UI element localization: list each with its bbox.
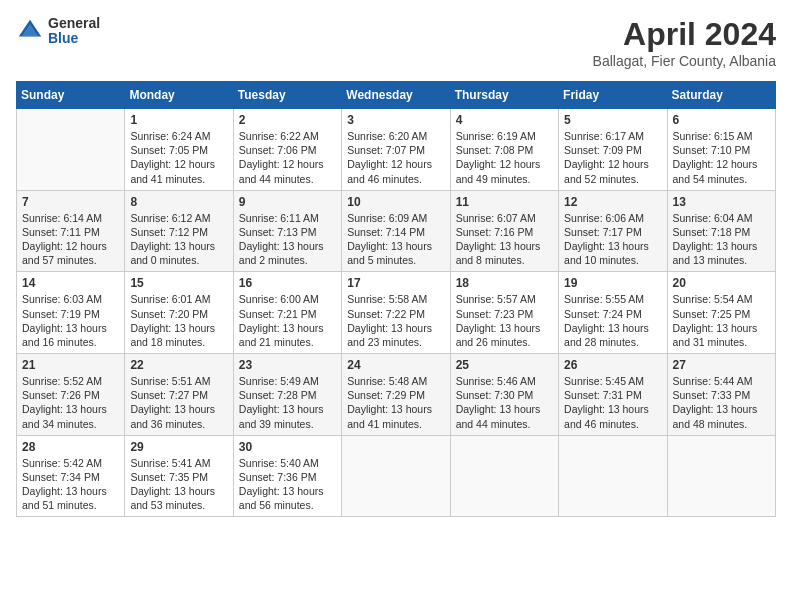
day-number: 29 — [130, 440, 227, 454]
calendar-week-row: 7Sunrise: 6:14 AMSunset: 7:11 PMDaylight… — [17, 190, 776, 272]
day-info: Sunrise: 6:04 AMSunset: 7:18 PMDaylight:… — [673, 211, 770, 268]
day-info: Sunrise: 6:20 AMSunset: 7:07 PMDaylight:… — [347, 129, 444, 186]
calendar-day-16: 16Sunrise: 6:00 AMSunset: 7:21 PMDayligh… — [233, 272, 341, 354]
title-block: April 2024 Ballagat, Fier County, Albani… — [593, 16, 776, 69]
weekday-saturday: Saturday — [667, 82, 775, 109]
calendar-day-25: 25Sunrise: 5:46 AMSunset: 7:30 PMDayligh… — [450, 354, 558, 436]
day-info: Sunrise: 5:58 AMSunset: 7:22 PMDaylight:… — [347, 292, 444, 349]
weekday-friday: Friday — [559, 82, 667, 109]
day-info: Sunrise: 5:54 AMSunset: 7:25 PMDaylight:… — [673, 292, 770, 349]
calendar-day-30: 30Sunrise: 5:40 AMSunset: 7:36 PMDayligh… — [233, 435, 341, 517]
day-number: 1 — [130, 113, 227, 127]
day-number: 14 — [22, 276, 119, 290]
calendar-header: SundayMondayTuesdayWednesdayThursdayFrid… — [17, 82, 776, 109]
day-number: 27 — [673, 358, 770, 372]
weekday-header-row: SundayMondayTuesdayWednesdayThursdayFrid… — [17, 82, 776, 109]
calendar-week-row: 1Sunrise: 6:24 AMSunset: 7:05 PMDaylight… — [17, 109, 776, 191]
calendar-table: SundayMondayTuesdayWednesdayThursdayFrid… — [16, 81, 776, 517]
day-number: 2 — [239, 113, 336, 127]
logo-general: General — [48, 16, 100, 31]
calendar-week-row: 14Sunrise: 6:03 AMSunset: 7:19 PMDayligh… — [17, 272, 776, 354]
day-number: 7 — [22, 195, 119, 209]
day-info: Sunrise: 6:17 AMSunset: 7:09 PMDaylight:… — [564, 129, 661, 186]
calendar-day-28: 28Sunrise: 5:42 AMSunset: 7:34 PMDayligh… — [17, 435, 125, 517]
month-title: April 2024 — [593, 16, 776, 53]
day-number: 15 — [130, 276, 227, 290]
day-info: Sunrise: 5:49 AMSunset: 7:28 PMDaylight:… — [239, 374, 336, 431]
calendar-day-27: 27Sunrise: 5:44 AMSunset: 7:33 PMDayligh… — [667, 354, 775, 436]
weekday-thursday: Thursday — [450, 82, 558, 109]
day-number: 30 — [239, 440, 336, 454]
calendar-day-2: 2Sunrise: 6:22 AMSunset: 7:06 PMDaylight… — [233, 109, 341, 191]
calendar-week-row: 21Sunrise: 5:52 AMSunset: 7:26 PMDayligh… — [17, 354, 776, 436]
calendar-day-15: 15Sunrise: 6:01 AMSunset: 7:20 PMDayligh… — [125, 272, 233, 354]
day-info: Sunrise: 6:22 AMSunset: 7:06 PMDaylight:… — [239, 129, 336, 186]
day-info: Sunrise: 6:06 AMSunset: 7:17 PMDaylight:… — [564, 211, 661, 268]
calendar-day-6: 6Sunrise: 6:15 AMSunset: 7:10 PMDaylight… — [667, 109, 775, 191]
day-number: 24 — [347, 358, 444, 372]
calendar-day-1: 1Sunrise: 6:24 AMSunset: 7:05 PMDaylight… — [125, 109, 233, 191]
calendar-day-17: 17Sunrise: 5:58 AMSunset: 7:22 PMDayligh… — [342, 272, 450, 354]
day-info: Sunrise: 5:52 AMSunset: 7:26 PMDaylight:… — [22, 374, 119, 431]
calendar-day-23: 23Sunrise: 5:49 AMSunset: 7:28 PMDayligh… — [233, 354, 341, 436]
calendar-week-row: 28Sunrise: 5:42 AMSunset: 7:34 PMDayligh… — [17, 435, 776, 517]
logo-icon — [16, 17, 44, 45]
day-info: Sunrise: 5:55 AMSunset: 7:24 PMDaylight:… — [564, 292, 661, 349]
day-info: Sunrise: 5:51 AMSunset: 7:27 PMDaylight:… — [130, 374, 227, 431]
day-info: Sunrise: 5:44 AMSunset: 7:33 PMDaylight:… — [673, 374, 770, 431]
calendar-empty-cell — [342, 435, 450, 517]
day-number: 10 — [347, 195, 444, 209]
day-number: 21 — [22, 358, 119, 372]
day-info: Sunrise: 6:11 AMSunset: 7:13 PMDaylight:… — [239, 211, 336, 268]
day-number: 25 — [456, 358, 553, 372]
logo: General Blue — [16, 16, 100, 47]
day-number: 3 — [347, 113, 444, 127]
day-info: Sunrise: 5:40 AMSunset: 7:36 PMDaylight:… — [239, 456, 336, 513]
calendar-body: 1Sunrise: 6:24 AMSunset: 7:05 PMDaylight… — [17, 109, 776, 517]
calendar-day-24: 24Sunrise: 5:48 AMSunset: 7:29 PMDayligh… — [342, 354, 450, 436]
day-number: 5 — [564, 113, 661, 127]
calendar-day-5: 5Sunrise: 6:17 AMSunset: 7:09 PMDaylight… — [559, 109, 667, 191]
page-header: General Blue April 2024 Ballagat, Fier C… — [16, 16, 776, 69]
calendar-day-10: 10Sunrise: 6:09 AMSunset: 7:14 PMDayligh… — [342, 190, 450, 272]
calendar-day-19: 19Sunrise: 5:55 AMSunset: 7:24 PMDayligh… — [559, 272, 667, 354]
calendar-day-22: 22Sunrise: 5:51 AMSunset: 7:27 PMDayligh… — [125, 354, 233, 436]
day-number: 9 — [239, 195, 336, 209]
day-info: Sunrise: 6:03 AMSunset: 7:19 PMDaylight:… — [22, 292, 119, 349]
day-info: Sunrise: 6:00 AMSunset: 7:21 PMDaylight:… — [239, 292, 336, 349]
day-number: 23 — [239, 358, 336, 372]
day-number: 8 — [130, 195, 227, 209]
day-info: Sunrise: 6:12 AMSunset: 7:12 PMDaylight:… — [130, 211, 227, 268]
calendar-day-8: 8Sunrise: 6:12 AMSunset: 7:12 PMDaylight… — [125, 190, 233, 272]
weekday-tuesday: Tuesday — [233, 82, 341, 109]
calendar-day-26: 26Sunrise: 5:45 AMSunset: 7:31 PMDayligh… — [559, 354, 667, 436]
day-number: 19 — [564, 276, 661, 290]
calendar-day-20: 20Sunrise: 5:54 AMSunset: 7:25 PMDayligh… — [667, 272, 775, 354]
day-info: Sunrise: 5:57 AMSunset: 7:23 PMDaylight:… — [456, 292, 553, 349]
day-info: Sunrise: 6:09 AMSunset: 7:14 PMDaylight:… — [347, 211, 444, 268]
calendar-day-11: 11Sunrise: 6:07 AMSunset: 7:16 PMDayligh… — [450, 190, 558, 272]
day-number: 17 — [347, 276, 444, 290]
day-number: 28 — [22, 440, 119, 454]
day-info: Sunrise: 5:48 AMSunset: 7:29 PMDaylight:… — [347, 374, 444, 431]
calendar-empty-cell — [559, 435, 667, 517]
calendar-day-3: 3Sunrise: 6:20 AMSunset: 7:07 PMDaylight… — [342, 109, 450, 191]
day-info: Sunrise: 5:41 AMSunset: 7:35 PMDaylight:… — [130, 456, 227, 513]
day-info: Sunrise: 6:01 AMSunset: 7:20 PMDaylight:… — [130, 292, 227, 349]
weekday-sunday: Sunday — [17, 82, 125, 109]
day-number: 16 — [239, 276, 336, 290]
calendar-day-29: 29Sunrise: 5:41 AMSunset: 7:35 PMDayligh… — [125, 435, 233, 517]
day-number: 6 — [673, 113, 770, 127]
calendar-empty-cell — [450, 435, 558, 517]
calendar-day-13: 13Sunrise: 6:04 AMSunset: 7:18 PMDayligh… — [667, 190, 775, 272]
logo-blue: Blue — [48, 31, 100, 46]
day-info: Sunrise: 6:07 AMSunset: 7:16 PMDaylight:… — [456, 211, 553, 268]
location: Ballagat, Fier County, Albania — [593, 53, 776, 69]
day-info: Sunrise: 5:45 AMSunset: 7:31 PMDaylight:… — [564, 374, 661, 431]
day-info: Sunrise: 6:24 AMSunset: 7:05 PMDaylight:… — [130, 129, 227, 186]
calendar-empty-cell — [17, 109, 125, 191]
day-number: 20 — [673, 276, 770, 290]
day-number: 22 — [130, 358, 227, 372]
day-info: Sunrise: 6:19 AMSunset: 7:08 PMDaylight:… — [456, 129, 553, 186]
calendar-day-18: 18Sunrise: 5:57 AMSunset: 7:23 PMDayligh… — [450, 272, 558, 354]
